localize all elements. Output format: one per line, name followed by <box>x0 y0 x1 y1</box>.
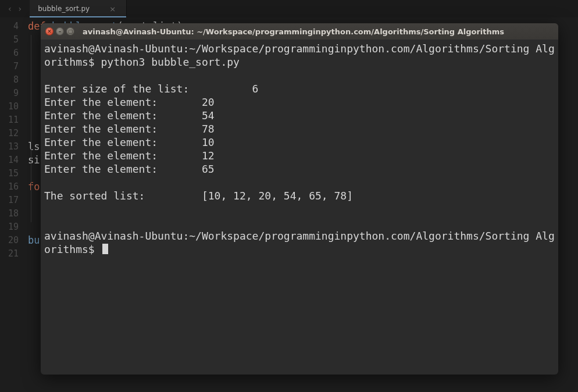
line-number: 5 <box>0 33 19 47</box>
line-number: 8 <box>0 73 19 87</box>
window-buttons: ✕ – ▢ <box>45 27 74 35</box>
tab-file[interactable]: bubble_sort.py × <box>30 0 127 17</box>
line-number-gutter: 456789101112131415161718192021 <box>0 17 24 392</box>
line-number: 11 <box>0 113 19 127</box>
nav-back-icon[interactable]: ‹ <box>8 4 12 13</box>
line-number: 20 <box>0 234 19 247</box>
terminal-body[interactable]: avinash@Avinash-Ubuntu:~/Workspace/progr… <box>41 40 558 375</box>
tab-bar: ‹ › bubble_sort.py × <box>0 0 578 17</box>
tab-filename: bubble_sort.py <box>38 5 90 13</box>
terminal-window[interactable]: ✕ – ▢ avinash@Avinash-Ubuntu: ~/Workspac… <box>41 23 558 375</box>
terminal-cursor <box>102 244 108 254</box>
line-number: 19 <box>0 220 19 234</box>
indent-guide <box>31 35 31 222</box>
line-number: 13 <box>0 140 19 154</box>
nav-forward-icon[interactable]: › <box>19 4 22 13</box>
line-number: 14 <box>0 154 19 167</box>
line-number: 10 <box>0 100 19 113</box>
close-icon[interactable]: ✕ <box>45 27 53 35</box>
line-number: 15 <box>0 167 19 180</box>
nav-arrows: ‹ › <box>0 0 30 17</box>
line-number: 17 <box>0 194 19 207</box>
line-number: 4 <box>0 20 19 33</box>
line-number: 6 <box>0 47 19 60</box>
line-number: 9 <box>0 87 19 100</box>
line-number: 21 <box>0 247 19 261</box>
terminal-titlebar[interactable]: ✕ – ▢ avinash@Avinash-Ubuntu: ~/Workspac… <box>41 23 558 40</box>
line-number: 16 <box>0 180 19 194</box>
line-number: 18 <box>0 207 19 220</box>
minimize-icon[interactable]: – <box>56 27 64 35</box>
maximize-icon[interactable]: ▢ <box>66 27 74 35</box>
tab-active-underline <box>30 16 126 17</box>
line-number: 12 <box>0 127 19 140</box>
terminal-title: avinash@Avinash-Ubuntu: ~/Workspace/prog… <box>83 27 504 36</box>
line-number: 7 <box>0 60 19 73</box>
tab-close-icon[interactable]: × <box>109 5 116 13</box>
